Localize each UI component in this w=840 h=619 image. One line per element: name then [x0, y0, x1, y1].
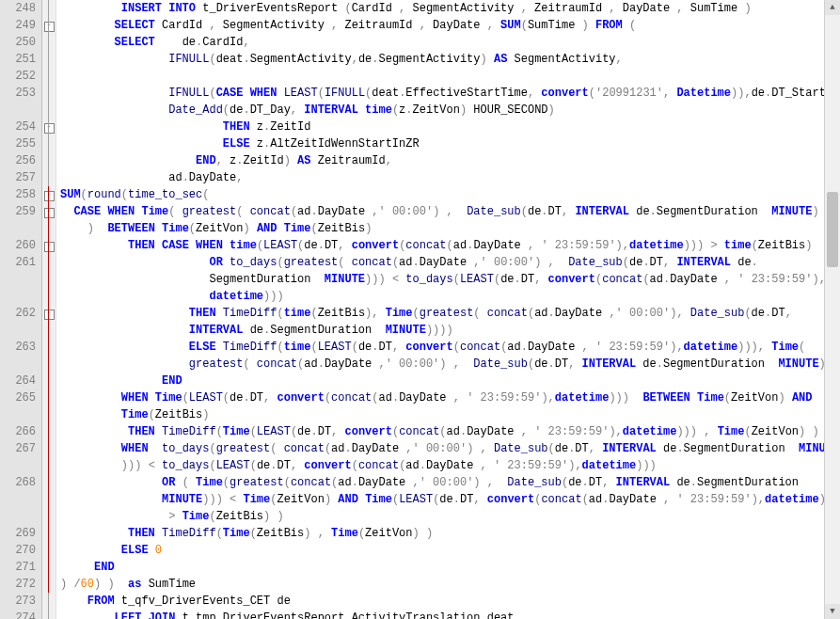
fold-gutter[interactable]: [42, 610, 56, 619]
code-text[interactable]: THEN TimeDiff(Time(ZeitBis) , Time(ZeitV…: [56, 525, 840, 542]
fold-gutter[interactable]: [42, 389, 56, 423]
fold-gutter[interactable]: [42, 474, 56, 525]
fold-toggle-icon[interactable]: -: [44, 208, 55, 218]
code-line[interactable]: 253 IFNULL(CASE WHEN LEAST(IFNULL(deat.E…: [0, 85, 840, 119]
scrollbar-track[interactable]: [825, 15, 840, 604]
scrollbar-vertical[interactable]: ▲ ▼: [824, 0, 840, 619]
fold-gutter[interactable]: [42, 440, 56, 474]
fold-gutter[interactable]: [42, 254, 56, 305]
code-line[interactable]: 262- THEN TimeDiff(time(ZeitBis), Time(g…: [0, 305, 840, 339]
code-text[interactable]: [56, 68, 840, 85]
code-line[interactable]: 250 SELECT de.CardId,: [0, 34, 840, 51]
code-text[interactable]: ELSE 0: [56, 542, 840, 559]
code-line[interactable]: 254- THEN z.ZeitId: [0, 119, 840, 135]
code-text[interactable]: FROM t_qfv_DriverEvents_CET de: [56, 593, 840, 610]
fold-gutter[interactable]: -: [42, 305, 56, 339]
code-line[interactable]: 256 END, z.ZeitId) AS ZeitraumId,: [0, 152, 840, 169]
code-line[interactable]: 257 ad.DayDate,: [0, 169, 840, 186]
code-text[interactable]: IFNULL(deat.SegmentActivity,de.SegmentAc…: [56, 51, 840, 68]
code-line[interactable]: 272) /60) ) as SumTime: [0, 576, 840, 593]
fold-gutter[interactable]: [42, 339, 56, 373]
fold-gutter[interactable]: [42, 525, 56, 542]
code-line[interactable]: 260- THEN CASE WHEN time(LEAST(de.DT, co…: [0, 237, 840, 254]
code-text[interactable]: SELECT CardId , SegmentActivity , Zeitra…: [56, 17, 840, 34]
code-text[interactable]: WHEN to_days(greatest( concat(ad.DayDate…: [56, 440, 840, 474]
code-line[interactable]: 255 ELSE z.AltZeitIdWennStartInZR: [0, 135, 840, 152]
line-number: 259: [0, 203, 42, 237]
code-area[interactable]: 248 INSERT INTO t_DriverEventsReport (Ca…: [0, 0, 840, 619]
fold-gutter[interactable]: [42, 152, 56, 169]
fold-gutter[interactable]: [42, 85, 56, 119]
code-line[interactable]: 263 ELSE TimeDiff(time(LEAST(de.DT, conv…: [0, 339, 840, 373]
fold-gutter[interactable]: -: [42, 237, 56, 254]
code-line[interactable]: 267 WHEN to_days(greatest( concat(ad.Day…: [0, 440, 840, 474]
code-text[interactable]: OR ( Time(greatest(concat(ad.DayDate ,' …: [56, 474, 840, 525]
fold-gutter[interactable]: [42, 559, 56, 576]
scroll-down-button[interactable]: ▼: [825, 604, 840, 619]
code-text[interactable]: IFNULL(CASE WHEN LEAST(IFNULL(deat.Effec…: [56, 85, 840, 119]
code-text[interactable]: OR to_days(greatest( concat(ad.DayDate ,…: [56, 254, 840, 305]
line-number: 272: [0, 576, 42, 593]
fold-gutter[interactable]: [42, 169, 56, 186]
fold-gutter[interactable]: [42, 0, 56, 17]
code-text[interactable]: ad.DayDate,: [56, 169, 840, 186]
fold-gutter[interactable]: [42, 68, 56, 85]
code-line[interactable]: 274 LEFT JOIN t_tmp_DriverEventsReport_A…: [0, 610, 840, 619]
code-text[interactable]: ELSE TimeDiff(time(LEAST(de.DT, convert(…: [56, 339, 840, 373]
code-line[interactable]: 258-SUM(round(time_to_sec(: [0, 186, 840, 203]
fold-gutter[interactable]: [42, 593, 56, 610]
scrollbar-thumb[interactable]: [827, 192, 838, 267]
fold-gutter[interactable]: -: [42, 203, 56, 237]
code-line[interactable]: 249- SELECT CardId , SegmentActivity , Z…: [0, 17, 840, 34]
code-text[interactable]: THEN TimeDiff(time(ZeitBis), Time(greate…: [56, 305, 840, 339]
fold-toggle-icon[interactable]: -: [44, 242, 55, 252]
code-editor[interactable]: 248 INSERT INTO t_DriverEventsReport (Ca…: [0, 0, 840, 619]
code-text[interactable]: LEFT JOIN t_tmp_DriverEventsReport_Activ…: [56, 610, 840, 619]
fold-gutter[interactable]: [42, 542, 56, 559]
code-line[interactable]: 266 THEN TimeDiff(Time(LEAST(de.DT, conv…: [0, 423, 840, 440]
code-line[interactable]: 261 OR to_days(greatest( concat(ad.DayDa…: [0, 254, 840, 305]
code-line[interactable]: 268 OR ( Time(greatest(concat(ad.DayDate…: [0, 474, 840, 525]
fold-gutter[interactable]: [42, 51, 56, 68]
code-line[interactable]: 248 INSERT INTO t_DriverEventsReport (Ca…: [0, 0, 840, 17]
fold-toggle-icon[interactable]: -: [44, 191, 55, 201]
code-line[interactable]: 265 WHEN Time(LEAST(de.DT, convert(conca…: [0, 389, 840, 423]
fold-gutter[interactable]: [42, 135, 56, 152]
fold-gutter[interactable]: [42, 34, 56, 51]
code-text[interactable]: CASE WHEN Time( greatest( concat(ad.DayD…: [56, 203, 840, 237]
code-text[interactable]: END: [56, 373, 840, 389]
code-line[interactable]: 264 END: [0, 373, 840, 389]
fold-gutter[interactable]: -: [42, 186, 56, 203]
code-line[interactable]: 273 FROM t_qfv_DriverEvents_CET de: [0, 593, 840, 610]
fold-gutter[interactable]: [42, 423, 56, 440]
code-text[interactable]: END, z.ZeitId) AS ZeitraumId,: [56, 152, 840, 169]
line-number: 251: [0, 51, 42, 68]
code-text[interactable]: ) /60) ) as SumTime: [56, 576, 840, 593]
code-line[interactable]: 252: [0, 68, 840, 85]
code-line[interactable]: 251 IFNULL(deat.SegmentActivity,de.Segme…: [0, 51, 840, 68]
fold-toggle-icon[interactable]: -: [44, 123, 55, 134]
code-text[interactable]: END: [56, 559, 840, 576]
fold-gutter[interactable]: -: [42, 119, 56, 135]
code-text[interactable]: THEN CASE WHEN time(LEAST(de.DT, convert…: [56, 237, 840, 254]
line-number: 261: [0, 254, 42, 305]
fold-toggle-icon[interactable]: -: [44, 310, 55, 320]
code-text[interactable]: SUM(round(time_to_sec(: [56, 186, 840, 203]
fold-toggle-icon[interactable]: -: [44, 22, 55, 32]
fold-gutter[interactable]: [42, 373, 56, 389]
code-line[interactable]: 269 THEN TimeDiff(Time(ZeitBis) , Time(Z…: [0, 525, 840, 542]
code-text[interactable]: SELECT de.CardId,: [56, 34, 840, 51]
code-line[interactable]: 270 ELSE 0: [0, 542, 840, 559]
code-line[interactable]: 259- CASE WHEN Time( greatest( concat(ad…: [0, 203, 840, 237]
code-line[interactable]: 271 END: [0, 559, 840, 576]
code-text[interactable]: WHEN Time(LEAST(de.DT, convert(concat(ad…: [56, 389, 840, 423]
fold-gutter[interactable]: [42, 576, 56, 593]
code-text[interactable]: THEN TimeDiff(Time(LEAST(de.DT, convert(…: [56, 423, 840, 440]
fold-gutter[interactable]: -: [42, 17, 56, 34]
code-text[interactable]: THEN z.ZeitId: [56, 119, 840, 135]
line-number: 265: [0, 389, 42, 423]
code-text[interactable]: INSERT INTO t_DriverEventsReport (CardId…: [56, 0, 840, 17]
scroll-up-button[interactable]: ▲: [825, 0, 840, 15]
line-number: 258: [0, 186, 42, 203]
code-text[interactable]: ELSE z.AltZeitIdWennStartInZR: [56, 135, 840, 152]
